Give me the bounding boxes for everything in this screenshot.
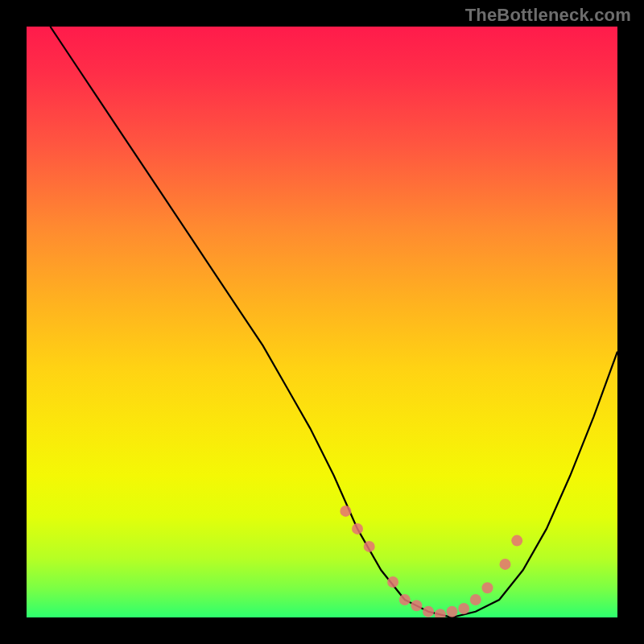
bottleneck-curve (50, 27, 617, 617)
marker-dot (500, 559, 511, 570)
plot-area (27, 27, 617, 617)
marker-dot (458, 603, 469, 614)
marker-dot (352, 523, 363, 535)
marker-dot (435, 609, 446, 617)
marker-dot (399, 594, 411, 605)
watermark-text: TheBottleneck.com (465, 5, 631, 26)
marker-dot (340, 506, 351, 517)
marker-dot (411, 600, 422, 611)
marker-dot (482, 582, 493, 593)
marker-dot (423, 606, 434, 617)
marker-dot (470, 594, 481, 605)
marker-group (340, 506, 522, 617)
curve-svg (27, 27, 617, 617)
marker-dot (387, 576, 398, 588)
marker-dot (511, 535, 522, 547)
marker-dot (447, 606, 458, 617)
chart-stage: TheBottleneck.com (0, 0, 644, 644)
marker-dot (364, 541, 375, 552)
